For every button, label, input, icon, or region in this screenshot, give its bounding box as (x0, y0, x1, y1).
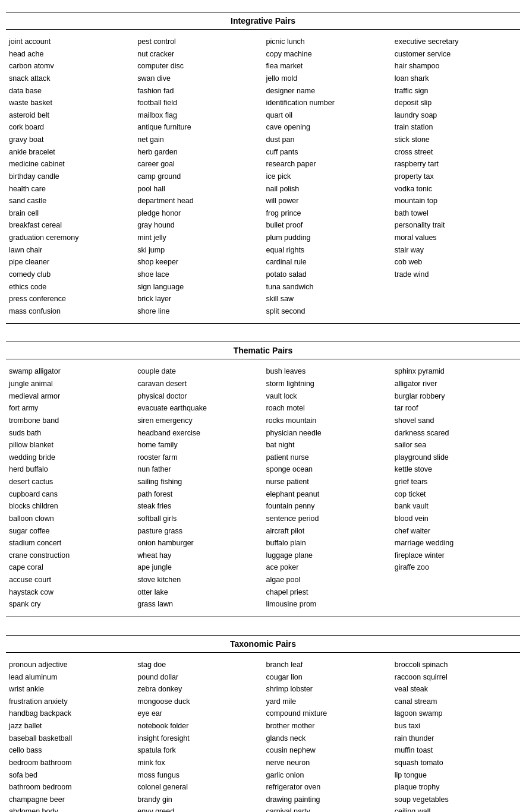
list-item: compound mixture (266, 707, 389, 720)
columns-1: swamp alligatorjungle animalmedieval arm… (6, 365, 520, 611)
list-item: garlic onion (266, 769, 389, 782)
list-item: frog prince (266, 207, 389, 220)
list-item: bus taxi (395, 720, 517, 732)
list-item: cape coral (9, 561, 131, 574)
list-item: pasture grass (137, 525, 260, 538)
list-item: baseball basketball (9, 732, 131, 745)
list-item: bank vault (395, 500, 517, 513)
list-item: potato salad (266, 268, 389, 281)
section-footer-1 (6, 617, 520, 617)
list-item: glands neck (266, 732, 389, 745)
list-item: customer service (395, 48, 517, 61)
list-item: cuff pants (266, 146, 389, 159)
list-item: identification number (266, 97, 389, 109)
list-item: luggage plane (266, 549, 389, 562)
list-item: mass confusion (9, 305, 131, 318)
list-item: grief tears (395, 476, 517, 488)
list-item: nerve neuron (266, 757, 389, 769)
list-item: pool hall (137, 183, 260, 195)
list-item: darkness scared (395, 427, 517, 440)
list-item: dust pan (266, 134, 389, 146)
list-item: press conference (9, 293, 131, 305)
list-item: zebra donkey (137, 683, 260, 696)
column-0-1: pest controlnut crackercomputer discswan… (137, 36, 260, 317)
list-item: veal steak (395, 683, 517, 696)
list-item: sentence period (266, 513, 389, 525)
section-0: Integrative Pairsjoint accounthead achec… (6, 12, 520, 324)
list-item: rain thunder (395, 732, 517, 745)
list-item: physician needle (266, 427, 389, 440)
list-item: blocks children (9, 500, 131, 513)
list-item: cross street (395, 146, 517, 159)
list-item: chapel priest (266, 586, 389, 599)
section-footer-0 (6, 323, 520, 324)
list-item: burglar robbery (395, 390, 517, 403)
list-item: gray hound (137, 219, 260, 232)
list-item: limousine prom (266, 598, 389, 611)
list-item: ace poker (266, 561, 389, 574)
list-item: lip tongue (395, 769, 517, 782)
list-item: broccoli spinach (395, 659, 517, 671)
list-item: cave opening (266, 121, 389, 134)
list-item: fashion fad (137, 85, 260, 97)
list-item: laundry soap (395, 109, 517, 122)
list-item: champagne beer (9, 794, 131, 806)
list-item: blood vein (395, 513, 517, 525)
list-item: evacuate earthquake (137, 402, 260, 415)
list-item: trombone band (9, 415, 131, 427)
columns-0: joint accounthead achecarbon atomvsnack … (6, 36, 520, 317)
list-item: ceiling wall (395, 805, 517, 812)
list-item: quart oil (266, 109, 389, 122)
list-item: pipe cleaner (9, 256, 131, 268)
list-item: couple date (137, 365, 260, 378)
list-item: snack attack (9, 72, 131, 85)
list-item: stick stone (395, 134, 517, 146)
list-item: caravan desert (137, 378, 260, 390)
list-item: shore line (137, 305, 260, 318)
list-item: shoe lace (137, 268, 260, 281)
list-item: frustration anxiety (9, 696, 131, 708)
list-item: spatula fork (137, 744, 260, 757)
list-item: research paper (266, 158, 389, 170)
list-item: envy greed (137, 805, 260, 812)
list-item: wrist ankle (9, 683, 131, 696)
list-item: suds bath (9, 427, 131, 440)
list-item: brain cell (9, 207, 131, 220)
list-item: accuse court (9, 574, 131, 586)
list-item: cello bass (9, 744, 131, 757)
column-2-1: stag doepound dollarzebra donkeymongoose… (137, 659, 260, 812)
list-item: bathroom bedroom (9, 781, 131, 794)
list-item: steak fries (137, 500, 260, 513)
list-item: lead aluminum (9, 671, 131, 684)
list-item: rooster farm (137, 451, 260, 464)
list-item: insight foresight (137, 732, 260, 745)
column-0-2: picnic lunchcopy machineflea marketjello… (266, 36, 389, 317)
list-item: pound dollar (137, 671, 260, 684)
list-item: lagoon swamp (395, 707, 517, 720)
list-item: moss fungus (137, 769, 260, 782)
list-item: football field (137, 97, 260, 109)
list-item: aircraft pilot (266, 525, 389, 538)
list-item: pronoun adjective (9, 659, 131, 671)
column-0-3: executive secretarycustomer servicehair … (395, 36, 517, 317)
list-item: tuna sandwich (266, 281, 389, 293)
section-2: Taxonomic Pairspronoun adjectivelead alu… (6, 635, 520, 812)
list-item: picnic lunch (266, 36, 389, 48)
list-item: ethics code (9, 281, 131, 293)
list-item: stair way (395, 244, 517, 257)
list-item: sofa bed (9, 769, 131, 782)
list-item: raspberry tart (395, 158, 517, 170)
list-item: stove kitchen (137, 574, 260, 586)
list-item: sponge ocean (266, 463, 389, 476)
list-item: herd buffalo (9, 463, 131, 476)
list-item: shrimp lobster (266, 683, 389, 696)
list-item: shovel sand (395, 415, 517, 427)
list-item: joint account (9, 36, 131, 48)
list-item: designer name (266, 85, 389, 97)
list-item: raccoon squirrel (395, 671, 517, 684)
column-1-2: bush leavesstorm lightningvault lockroac… (266, 365, 389, 611)
list-item: herb garden (137, 146, 260, 159)
list-item: tar roof (395, 402, 517, 415)
page: Integrative Pairsjoint accounthead achec… (0, 0, 526, 812)
list-item: net gain (137, 134, 260, 146)
